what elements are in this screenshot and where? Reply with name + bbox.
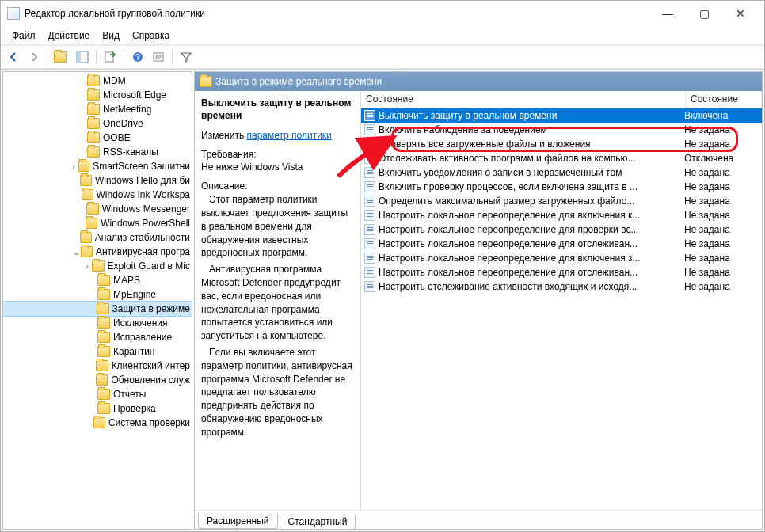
folder-icon (92, 260, 104, 272)
tree-item-label: Windows Messenger (102, 203, 190, 215)
setting-name: Настроить локальное переопределение для … (379, 210, 684, 221)
tree-item-label: Исключения (113, 317, 168, 329)
menu-view[interactable]: Вид (96, 28, 126, 43)
menu-file[interactable]: Файл (6, 28, 42, 43)
tree-item-label: RSS-каналы (103, 146, 158, 158)
tree-item[interactable]: Обновления служ (3, 373, 192, 387)
close-button[interactable]: ✕ (723, 2, 758, 25)
toolbar-separator (48, 49, 48, 65)
properties-button[interactable] (149, 48, 168, 66)
tree-item[interactable]: Исключения (3, 316, 192, 330)
tree-item[interactable]: Windows Ink Workspa (3, 188, 192, 202)
tree-item[interactable]: Система проверки (3, 416, 192, 430)
menu-action[interactable]: Действие (42, 28, 97, 43)
folder-icon (80, 175, 92, 186)
tree-item-label: Windows PowerShell (101, 218, 190, 229)
tab-extended[interactable]: Расширенный (198, 513, 278, 529)
setting-state: Отключена (684, 153, 759, 164)
export-button[interactable] (101, 48, 120, 66)
edit-label: Изменить (201, 130, 244, 141)
tree-item[interactable]: Microsoft Edge (3, 88, 192, 102)
setting-row[interactable]: Проверять все загруженные файлы и вложен… (361, 137, 762, 151)
tree-item[interactable]: Карантин (3, 344, 192, 359)
tree-item[interactable]: ⌄Антивирусная програ (3, 245, 192, 259)
tree-item[interactable]: Анализ стабильности (3, 230, 192, 245)
forward-button[interactable] (25, 48, 44, 66)
tree-expander-icon[interactable]: ⌄ (71, 248, 81, 256)
tree-item[interactable]: Клиентский интер (3, 359, 192, 373)
setting-row[interactable]: Выключить защиту в реальном времениВключ… (361, 108, 762, 123)
tree-expander-icon[interactable]: › (82, 262, 92, 271)
edit-policy-link[interactable]: параметр политики (246, 130, 331, 141)
tree-item-label: Microsoft Edge (103, 89, 166, 101)
col-header-name[interactable]: Состояние (361, 91, 686, 108)
tree-item-label: Windows Ink Workspa (97, 189, 190, 200)
minimize-button[interactable]: — (650, 2, 685, 25)
folder-icon (97, 275, 110, 286)
tree-item[interactable]: Windows Hello для би (3, 173, 192, 188)
detail-body: Выключить защиту в реальном времени Изме… (195, 91, 762, 510)
policy-icon (364, 281, 375, 292)
setting-row[interactable]: Определить максимальный размер загруженн… (361, 194, 762, 208)
menu-help[interactable]: Справка (126, 28, 176, 43)
policy-icon (364, 238, 375, 249)
pane-header: Защита в режиме реального времени (195, 72, 762, 91)
tree-item-label: Защита в режиме (112, 303, 190, 314)
setting-name: Настроить локальное переопределение для … (379, 238, 684, 249)
tree-expander-icon[interactable]: › (69, 162, 78, 171)
setting-state: Не задана (684, 196, 759, 207)
tree-item[interactable]: OOBE (3, 131, 192, 145)
setting-state: Не задана (684, 253, 759, 264)
setting-row[interactable]: Включить уведомления о записи в неразмеч… (361, 165, 762, 180)
setting-row[interactable]: Настроить локальное переопределение для … (361, 265, 762, 279)
folder-icon (86, 218, 98, 229)
setting-row[interactable]: Настроить локальное переопределение для … (361, 208, 762, 222)
setting-state: Не задана (684, 281, 759, 292)
setting-state: Не задана (684, 224, 759, 235)
tree-item[interactable]: Защита в режиме (3, 302, 192, 316)
tree-item-label: OOBE (103, 132, 131, 143)
show-tree-button[interactable] (73, 48, 92, 66)
folder-icon (200, 76, 212, 87)
folder-icon (97, 289, 110, 300)
tree-item[interactable]: Отчеты (3, 387, 192, 401)
tree-item[interactable]: MpEngine (3, 287, 192, 302)
maximize-button[interactable]: ▢ (687, 2, 721, 25)
folder-icon (81, 246, 93, 257)
tab-standard[interactable]: Стандартный (280, 515, 356, 530)
tree-item[interactable]: OneDrive (3, 116, 192, 131)
setting-row[interactable]: Отслеживать активность программ и файлов… (361, 151, 762, 165)
setting-name: Включить наблюдение за поведением (379, 124, 684, 135)
menubar: Файл Действие Вид Справка (1, 26, 764, 45)
tree-pane[interactable]: MDMMicrosoft EdgeNetMeetingOneDriveOOBER… (2, 71, 192, 530)
folder-icon (87, 89, 100, 101)
setting-row[interactable]: Настроить отслеживание активности входящ… (361, 279, 762, 294)
tree-item[interactable]: NetMeeting (3, 102, 192, 116)
app-window: Редактор локальной групповой политики — … (0, 0, 765, 532)
setting-row[interactable]: Настроить локальное переопределение для … (361, 251, 762, 265)
tree-item[interactable]: Windows Messenger (3, 202, 192, 216)
col-header-state[interactable]: Состояние (686, 91, 762, 108)
setting-row[interactable]: Настроить локальное переопределение для … (361, 237, 762, 251)
tree-item[interactable]: MAPS (3, 273, 192, 287)
setting-state: Не задана (684, 210, 759, 221)
folder-icon (80, 232, 92, 243)
filter-button[interactable] (177, 48, 196, 66)
tree-item[interactable]: ›SmartScreen Защитни (3, 159, 192, 173)
tree-item-label: MAPS (113, 275, 140, 286)
policy-icon (364, 181, 375, 192)
tree-item[interactable]: ›Exploit Guard в Mic (3, 259, 192, 273)
tree-item[interactable]: Исправление (3, 330, 192, 344)
setting-row[interactable]: Включить наблюдение за поведениемНе зада… (361, 123, 762, 137)
tree-item[interactable]: RSS-каналы (3, 145, 192, 159)
tree-item[interactable]: Проверка (3, 401, 192, 416)
tree-item[interactable]: Windows PowerShell (3, 216, 192, 230)
setting-row[interactable]: Включить проверку процессов, если включе… (361, 180, 762, 194)
help-button[interactable]: ? (128, 48, 147, 66)
back-button[interactable] (4, 48, 23, 66)
folder-icon (97, 346, 110, 357)
up-button[interactable] (52, 48, 71, 66)
setting-row[interactable]: Настроить локальное переопределение для … (361, 222, 762, 237)
tree-item[interactable]: MDM (3, 74, 192, 88)
folder-icon (87, 146, 100, 158)
